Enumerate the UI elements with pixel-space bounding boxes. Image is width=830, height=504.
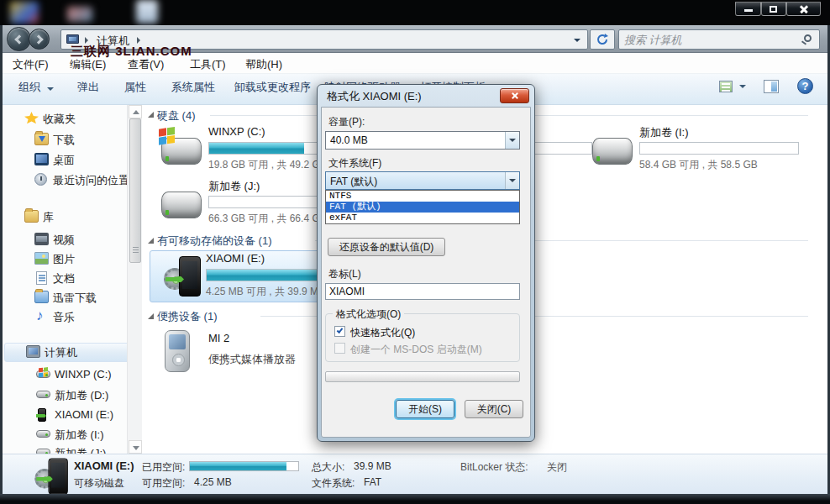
details-usage-bar: [189, 461, 299, 471]
minimize-button[interactable]: [735, 2, 761, 16]
uninstall-button[interactable]: 卸载或更改程序: [234, 80, 311, 95]
close-button[interactable]: [786, 2, 821, 16]
format-progress-bar: [325, 371, 520, 382]
details-total-label: 总大小:: [312, 460, 344, 475]
group-expander-icon[interactable]: [148, 313, 154, 319]
system-drive-icon: [36, 370, 50, 378]
forward-icon: [34, 34, 43, 44]
scroll-up-icon[interactable]: [129, 105, 142, 118]
sidebar-item-drive-j[interactable]: 新加卷 (J:): [3, 444, 127, 454]
window-frame-bottom: [0, 494, 830, 504]
search-icon[interactable]: [804, 34, 812, 42]
details-fs-label: 文件系统:: [312, 476, 355, 491]
capacity-combobox[interactable]: 40.0 MB: [325, 131, 520, 150]
sidebar-item-libraries[interactable]: 库: [3, 208, 127, 227]
filesystem-label: 文件系统(F): [328, 156, 381, 171]
restore-defaults-button[interactable]: 还原设备的默认值(D): [328, 238, 445, 256]
fs-option-ntfs[interactable]: NTFS: [326, 191, 519, 202]
organize-button[interactable]: 组织: [18, 80, 54, 95]
sidebar-item-videos[interactable]: 视频: [3, 231, 127, 249]
sidebar-item-drive-c[interactable]: WINXP (C:): [3, 366, 127, 385]
filesystem-dropdown-list[interactable]: NTFS FAT (默认) exFAT: [325, 190, 520, 224]
scrollbar-thumb[interactable]: [129, 118, 141, 263]
check-icon: [337, 327, 344, 333]
search-box[interactable]: [618, 29, 820, 50]
xiaomi-phone-icon: [164, 256, 202, 298]
group-header-portable[interactable]: 便携设备 (1): [157, 309, 218, 324]
quick-format-checkbox[interactable]: [334, 326, 345, 337]
sidebar-item-recent-places[interactable]: 最近访问的位置: [3, 171, 127, 190]
refresh-button[interactable]: [590, 29, 615, 50]
dialog-close-button[interactable]: [500, 88, 529, 103]
desktop-icon: [34, 153, 49, 165]
scroll-down-icon[interactable]: [129, 440, 142, 454]
forward-button[interactable]: [29, 29, 50, 50]
sidebar-item-downloads[interactable]: 下载: [3, 131, 127, 150]
sidebar-item-thunder-downloads[interactable]: 迅雷下载: [3, 289, 127, 307]
quick-format-row[interactable]: 快速格式化(Q): [334, 326, 415, 340]
menu-help[interactable]: 帮助(H): [245, 57, 282, 72]
sidebar-item-documents[interactable]: 文档: [3, 270, 127, 288]
organize-caret-icon: [47, 87, 54, 91]
star-icon: [24, 112, 39, 124]
disk-usage-bar: [639, 142, 799, 155]
desktop-icon: [67, 7, 92, 22]
menu-file[interactable]: 文件(F): [13, 57, 49, 72]
fs-option-exfat[interactable]: exFAT: [326, 213, 519, 223]
format-options-title: 格式化选项(O): [333, 307, 404, 322]
msdos-checkbox: [334, 343, 345, 354]
details-used-label: 已用空间:: [142, 460, 185, 475]
system-properties-button[interactable]: 系统属性: [171, 80, 215, 95]
breadcrumb-arrow-icon[interactable]: [85, 37, 88, 44]
sidebar-item-music[interactable]: 音乐: [3, 308, 127, 327]
drive-tile-i[interactable]: 新加卷 (I:) 58.4 GB 可用 , 共 58.5 GB: [587, 124, 799, 176]
hard-drive-icon: [161, 192, 202, 218]
back-button[interactable]: [7, 27, 31, 51]
capacity-label: 容量(P):: [328, 115, 365, 129]
details-total-value: 39.9 MB: [354, 460, 391, 472]
filesystem-combobox[interactable]: FAT (默认): [325, 171, 520, 190]
details-drive-name: XIAOMI (E:): [74, 459, 134, 472]
back-icon: [14, 34, 24, 44]
group-header-removable[interactable]: 有可移动存储的设备 (1): [157, 234, 272, 249]
properties-button[interactable]: 属性: [124, 80, 146, 95]
details-free-value: 4.25 MB: [194, 476, 232, 488]
breadcrumb-arrow-icon[interactable]: [137, 37, 140, 44]
maximize-button[interactable]: [761, 2, 786, 16]
help-icon[interactable]: [797, 78, 813, 94]
sidebar-item-drive-i[interactable]: 新加卷 (I:): [3, 426, 127, 444]
sidebar-scrollbar[interactable]: [127, 105, 142, 454]
fs-option-fat-selected[interactable]: FAT (默认): [326, 202, 519, 213]
sidebar-item-drive-e[interactable]: XIAOMI (E:): [3, 407, 127, 425]
menu-tools[interactable]: 工具(T): [190, 57, 226, 72]
group-expander-icon[interactable]: [148, 112, 154, 118]
group-expander-icon[interactable]: [148, 238, 154, 244]
pictures-icon: [34, 252, 49, 265]
start-button[interactable]: 开始(S): [396, 400, 454, 418]
volume-label: 卷标(L): [328, 267, 361, 281]
combo-dropdown-icon[interactable]: [505, 132, 519, 149]
address-dropdown-icon[interactable]: [574, 39, 580, 42]
views-icon[interactable]: [719, 81, 733, 92]
desktop-icon: [136, 0, 158, 24]
navigation-pane: 收藏夹 下载 桌面 最近访问的位置 库 视频: [3, 105, 127, 454]
group-header-harddisks[interactable]: 硬盘 (4): [157, 108, 196, 123]
details-bitlocker-label: BitLocker 状态:: [460, 460, 528, 475]
music-note-icon: [34, 310, 49, 323]
xiaomi-phone-icon: [34, 459, 69, 496]
sidebar-item-favorites[interactable]: 收藏夹: [3, 110, 127, 129]
eject-button[interactable]: 弹出: [77, 80, 99, 95]
dialog-close2-button[interactable]: 关闭(C): [465, 400, 523, 418]
volume-name-input[interactable]: [325, 283, 520, 300]
views-caret-icon[interactable]: [739, 85, 746, 88]
details-free-label: 可用空间:: [142, 476, 185, 491]
details-drive-type: 可移动磁盘: [74, 476, 124, 491]
sidebar-item-drive-d[interactable]: 新加卷 (D:): [3, 386, 127, 405]
search-input[interactable]: [624, 32, 792, 47]
sidebar-item-desktop[interactable]: 桌面: [3, 151, 127, 170]
combo-dropdown-icon[interactable]: [505, 172, 519, 189]
sidebar-item-computer[interactable]: 计算机: [3, 344, 127, 362]
sidebar-item-pictures[interactable]: 图片: [3, 250, 127, 269]
details-pane: XIAOMI (E:) 可移动磁盘 已用空间: 可用空间: 4.25 MB 总大…: [3, 454, 827, 495]
preview-pane-icon[interactable]: [764, 80, 779, 93]
